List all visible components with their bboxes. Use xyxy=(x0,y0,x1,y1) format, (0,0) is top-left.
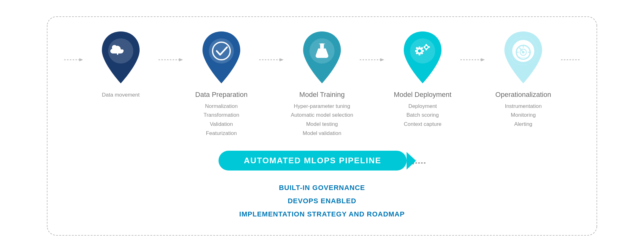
step-data-movement-detail: Data movement xyxy=(102,91,140,100)
svg-marker-35 xyxy=(481,58,485,61)
step-data-preparation-title: Data Preparation xyxy=(195,91,247,99)
svg-rect-33 xyxy=(428,46,430,48)
svg-marker-9 xyxy=(280,58,284,61)
arrow-4 xyxy=(460,57,486,63)
svg-point-43 xyxy=(522,51,525,53)
step-model-training-detail: Hyper-parameter tuning Automatic model s… xyxy=(291,102,353,138)
banner-row: AUTOMATED MLOPS PIPELINE xyxy=(219,151,425,176)
svg-rect-20 xyxy=(419,47,420,49)
step-model-deployment-title: Model Deployment xyxy=(394,91,451,99)
pin-model-training xyxy=(300,31,344,85)
step-model-training: Model Training Hyper-parameter tuning Au… xyxy=(284,31,360,138)
start-arrows xyxy=(64,57,83,63)
step-data-movement: Data movement xyxy=(83,31,158,100)
step-operationalization-title: Operationalization xyxy=(495,91,551,99)
pin-operationalization xyxy=(501,31,545,85)
pin-data-movement xyxy=(99,31,143,85)
dashed-border-bottom xyxy=(47,226,597,236)
arrow-3 xyxy=(360,57,385,63)
svg-rect-31 xyxy=(425,49,427,50)
svg-rect-12 xyxy=(319,43,325,44)
step-model-deployment: Model Deployment Deployment Batch scorin… xyxy=(385,31,460,129)
step-model-training-title: Model Training xyxy=(299,91,345,99)
svg-marker-1 xyxy=(79,58,83,61)
svg-point-29 xyxy=(425,46,428,48)
bottom-section: AUTOMATED MLOPS PIPELINE BUILT-IN GOVERN… xyxy=(47,151,597,221)
arrow-2 xyxy=(259,57,284,63)
arrow-1 xyxy=(158,57,184,63)
dashed-border-top xyxy=(47,16,597,26)
svg-point-13 xyxy=(319,53,321,55)
step-model-deployment-detail: Deployment Batch scoring Context capture xyxy=(404,102,441,129)
step-data-preparation-detail: Normalization Transformation Validation … xyxy=(203,102,239,138)
svg-rect-32 xyxy=(424,46,425,48)
svg-rect-30 xyxy=(425,44,427,46)
svg-point-19 xyxy=(418,49,421,53)
pin-model-deployment xyxy=(401,31,445,85)
svg-rect-23 xyxy=(422,50,424,52)
main-container: Data movement xyxy=(20,10,624,242)
end-dashed xyxy=(561,57,580,63)
bottom-text: BUILT-IN GOVERNANCE DEVOPS ENABLED IMPLE… xyxy=(239,181,405,221)
svg-rect-21 xyxy=(419,53,420,55)
svg-point-14 xyxy=(322,55,324,57)
step-data-preparation: Data Preparation Normalization Transform… xyxy=(184,31,259,138)
pin-data-preparation xyxy=(199,31,243,85)
svg-marker-16 xyxy=(380,58,384,61)
svg-rect-22 xyxy=(415,50,417,52)
svg-marker-5 xyxy=(179,58,183,61)
step-operationalization-detail: Instrumentation Monitoring Alerting xyxy=(505,102,541,129)
step-operationalization: Operationalization Instrumentation Monit… xyxy=(486,31,561,129)
pipeline-row: Data movement xyxy=(47,31,597,138)
pipeline-content: Data movement xyxy=(47,25,597,227)
pipeline-banner: AUTOMATED MLOPS PIPELINE xyxy=(219,151,406,171)
